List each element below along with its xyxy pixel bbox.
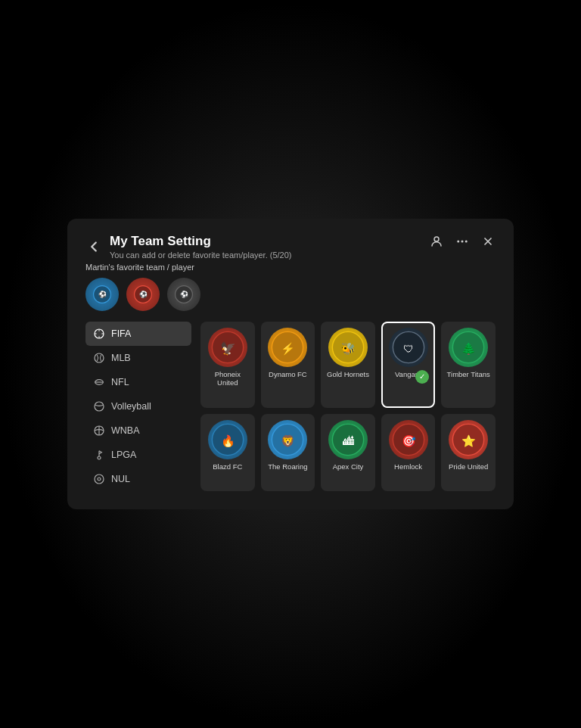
- team-name-roaring: The Roaring: [268, 462, 307, 471]
- svg-text:🛡: 🛡: [403, 344, 414, 355]
- svg-text:⚽: ⚽: [98, 290, 107, 299]
- sidebar-label-fifa: FIFA: [111, 328, 131, 339]
- header-left: My Team Setting You can add or delete fa…: [85, 234, 292, 260]
- svg-text:⚽: ⚽: [139, 290, 148, 299]
- svg-point-1: [457, 241, 459, 243]
- sidebar-label-nul: NUL: [111, 474, 130, 484]
- fav-logo-3: ⚽: [174, 285, 194, 304]
- sidebar-item-mlb[interactable]: MLB: [85, 346, 191, 370]
- svg-point-3: [465, 241, 468, 243]
- team-logo-roaring: 🦁: [268, 420, 307, 459]
- dialog-title: My Team Setting: [110, 234, 292, 249]
- title-block: My Team Setting You can add or delete fa…: [110, 234, 292, 260]
- svg-text:🦁: 🦁: [281, 434, 295, 448]
- team-logo-blazd: 🔥: [208, 420, 247, 459]
- team-name-dynamo: Dynamo FC: [269, 370, 307, 378]
- team-logo-timber: 🌲: [449, 328, 488, 367]
- svg-text:🌲: 🌲: [461, 341, 476, 356]
- svg-point-0: [434, 237, 439, 241]
- fav-logo-1: ⚽: [92, 285, 112, 304]
- baseball-icon: [93, 352, 105, 364]
- favorite-item-3[interactable]: ⚽: [167, 278, 200, 311]
- team-name-hornets: Gold Hornets: [327, 370, 369, 378]
- svg-point-19: [98, 456, 101, 459]
- svg-text:⚽: ⚽: [180, 290, 189, 299]
- main-content: FIFA MLB NFL: [85, 322, 496, 491]
- team-card-apexcity[interactable]: 🏙 Apex City: [321, 414, 375, 491]
- team-name-phoenix: Phoneix United: [205, 370, 250, 387]
- sidebar-label-volleyball: Volleyball: [111, 401, 151, 412]
- svg-text:🏙: 🏙: [342, 434, 353, 447]
- profile-button[interactable]: [429, 234, 444, 249]
- team-name-apexcity: Apex City: [333, 462, 364, 471]
- favorite-item-1[interactable]: ⚽: [85, 278, 119, 311]
- sidebar-item-fifa[interactable]: FIFA: [85, 322, 191, 346]
- team-logo-hornets: 🐝: [328, 328, 368, 367]
- svg-text:⭐: ⭐: [461, 434, 476, 448]
- sidebar-label-nfl: NFL: [111, 377, 129, 387]
- team-card-phoenix[interactable]: 🦅 Phoneix United: [200, 322, 255, 408]
- team-logo-dynamo: ⚡: [268, 328, 307, 367]
- volleyball-icon: [93, 400, 105, 412]
- svg-point-2: [461, 241, 464, 243]
- team-card-timber[interactable]: 🌲 Timber Titans: [441, 322, 496, 408]
- svg-text:🐝: 🐝: [340, 341, 355, 356]
- other-sport-icon: [93, 473, 105, 485]
- svg-text:🔥: 🔥: [220, 434, 235, 448]
- favorites-row: ⚽ ⚽ ⚽: [85, 278, 496, 311]
- svg-point-22: [98, 478, 101, 481]
- football-icon: [93, 376, 105, 388]
- sidebar-item-nul[interactable]: NUL: [85, 467, 191, 491]
- svg-text:🦅: 🦅: [219, 341, 235, 356]
- favorites-label: Martin's favorite team / player: [85, 263, 496, 272]
- svg-point-16: [95, 402, 104, 411]
- soccer-icon: [93, 328, 105, 340]
- sidebar-label-lpga: LPGA: [111, 450, 136, 460]
- team-name-pride: Pride United: [449, 462, 488, 471]
- sidebar-item-nfl[interactable]: NFL: [85, 370, 191, 394]
- dialog-subtitle: You can add or delete favorite team/play…: [110, 250, 292, 260]
- teams-grid: 🦅 Phoneix United ⚡ Dynamo FC 🐝 Gold Horn…: [200, 322, 496, 491]
- team-card-dynamo[interactable]: ⚡ Dynamo FC: [261, 322, 315, 408]
- sidebar-item-lpga[interactable]: LPGA: [85, 443, 191, 467]
- team-card-hemlock[interactable]: 🎯 Hemlock: [381, 414, 436, 491]
- team-card-vangard[interactable]: 🛡 Vangard ✓: [381, 322, 436, 408]
- sidebar-label-mlb: MLB: [111, 353, 131, 363]
- team-card-roaring[interactable]: 🦁 The Roaring: [261, 414, 315, 491]
- team-name-timber: Timber Titans: [447, 370, 490, 378]
- favorite-item-2[interactable]: ⚽: [126, 278, 160, 311]
- sidebar-item-wnba[interactable]: WNBA: [85, 418, 191, 443]
- basketball-icon: [93, 425, 105, 437]
- team-logo-vangard: 🛡: [389, 328, 428, 367]
- team-logo-pride: ⭐: [449, 420, 488, 459]
- svg-text:🎯: 🎯: [401, 434, 415, 448]
- team-logo-hemlock: 🎯: [389, 420, 428, 459]
- svg-text:⚡: ⚡: [281, 341, 295, 356]
- selected-checkmark: ✓: [415, 370, 429, 384]
- sidebar-label-wnba: WNBA: [111, 425, 140, 436]
- close-button[interactable]: [480, 234, 496, 249]
- golf-icon: [93, 449, 105, 461]
- svg-point-21: [95, 474, 104, 484]
- team-name-blazd: Blazd FC: [213, 462, 242, 471]
- team-name-hemlock: Hemlock: [394, 462, 422, 471]
- team-card-hornets[interactable]: 🐝 Gold Hornets: [321, 322, 375, 408]
- my-team-setting-dialog: My Team Setting You can add or delete fa…: [67, 219, 514, 509]
- dialog-header: My Team Setting You can add or delete fa…: [85, 234, 496, 260]
- team-card-pride[interactable]: ⭐ Pride United: [441, 414, 496, 491]
- svg-point-13: [95, 353, 104, 362]
- header-actions: [429, 234, 496, 249]
- team-card-blazd[interactable]: 🔥 Blazd FC: [200, 414, 255, 491]
- fav-logo-2: ⚽: [133, 285, 153, 304]
- sidebar-item-volleyball[interactable]: Volleyball: [85, 394, 191, 418]
- team-logo-phoenix: 🦅: [208, 328, 247, 367]
- favorites-section: Martin's favorite team / player ⚽ ⚽ ⚽: [85, 263, 496, 311]
- back-button[interactable]: [85, 238, 102, 255]
- more-button[interactable]: [455, 234, 470, 249]
- team-logo-apexcity: 🏙: [328, 420, 368, 459]
- sidebar: FIFA MLB NFL: [85, 322, 191, 491]
